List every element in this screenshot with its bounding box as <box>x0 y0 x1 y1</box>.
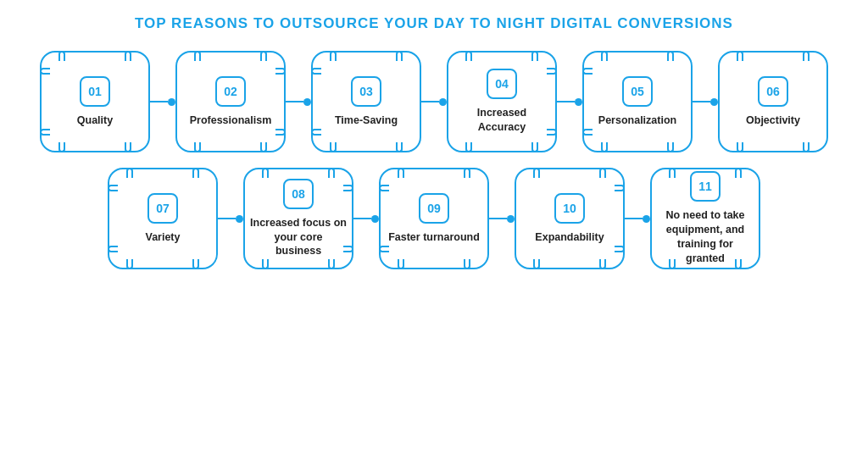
card-06-label: Objectivity <box>741 114 805 128</box>
row-2: 07 Variety 08 Increased focus on your co… <box>17 168 851 269</box>
arrow-4-5 <box>557 98 582 106</box>
arrow-3-4 <box>421 98 447 106</box>
row-1: 01 Quality 02 Professionalism <box>17 51 851 152</box>
card-01-label: Quality <box>72 114 118 128</box>
card-10-num: 10 <box>554 193 585 224</box>
card-02-num: 02 <box>215 76 246 107</box>
card-04-label: Increased Accuracy <box>448 106 555 135</box>
card-02: 02 Professionalism <box>175 51 286 152</box>
card-03-num: 03 <box>351 76 381 107</box>
card-05: 05 Personalization <box>582 51 693 152</box>
card-07-num: 07 <box>147 193 178 224</box>
card-09-label: Faster turnaround <box>383 230 485 245</box>
card-04-num: 04 <box>487 69 517 99</box>
card-06: 06 Objectivity <box>718 51 828 152</box>
arrow-10-11 <box>625 215 650 223</box>
card-07: 07 Variety <box>108 168 218 269</box>
arrow-5-6 <box>693 98 718 106</box>
card-09: 09 Faster turnaround <box>379 168 489 269</box>
card-01: 01 Quality <box>40 51 150 152</box>
card-03: 03 Time-Saving <box>311 51 421 152</box>
card-04: 04 Increased Accuracy <box>447 51 557 152</box>
page-title: TOP REASONS TO OUTSOURCE YOUR DAY TO NIG… <box>135 15 733 32</box>
card-01-num: 01 <box>80 76 110 107</box>
reasons-grid: 01 Quality 02 Professionalism <box>17 51 851 269</box>
card-10-label: Expandability <box>530 230 609 245</box>
card-07-label: Variety <box>140 230 185 245</box>
arrow-8-9 <box>353 215 379 223</box>
card-05-label: Personalization <box>593 114 682 128</box>
card-10: 10 Expandability <box>515 168 625 269</box>
card-08-num: 08 <box>283 179 314 209</box>
card-06-num: 06 <box>758 76 788 107</box>
arrow-9-10 <box>489 215 515 223</box>
card-09-num: 09 <box>419 193 449 224</box>
card-11-num: 11 <box>690 171 721 202</box>
card-11-label: No need to take equipment, and training … <box>652 208 759 266</box>
card-08-label: Increased focus on your core business <box>245 216 352 259</box>
arrow-2-3 <box>286 98 311 106</box>
card-05-num: 05 <box>622 76 653 107</box>
arrow-1-2 <box>150 98 175 106</box>
card-03-label: Time-Saving <box>330 114 403 128</box>
card-11: 11 No need to take equipment, and traini… <box>650 168 760 269</box>
card-02-label: Professionalism <box>185 114 277 128</box>
card-08: 08 Increased focus on your core business <box>243 168 353 269</box>
arrow-7-8 <box>218 215 243 223</box>
